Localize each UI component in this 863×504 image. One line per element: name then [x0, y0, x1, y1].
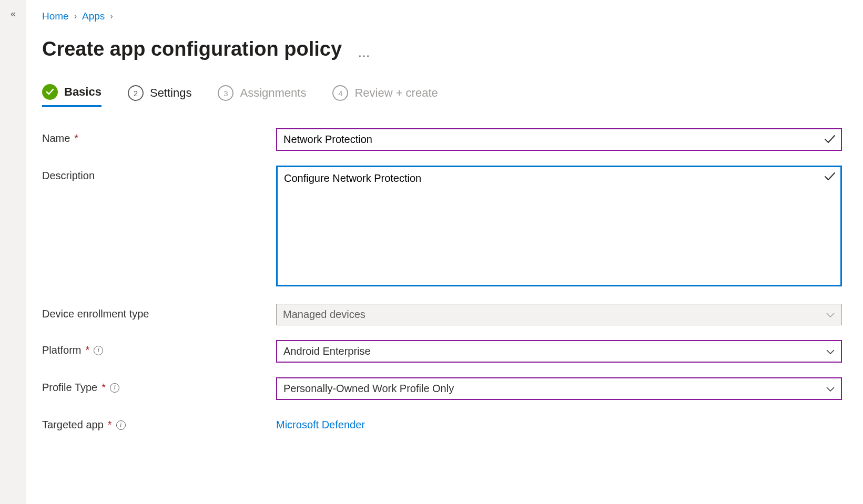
step-label: Review + create — [354, 86, 438, 100]
form-label-profile-type: Profile Type * i — [42, 377, 276, 394]
form-row-platform: Platform * i Android Enterprise — [42, 340, 842, 363]
label-text: Targeted app — [42, 419, 104, 431]
form-row-name: Name * — [42, 128, 842, 151]
form-label-enrollment: Device enrollment type — [42, 304, 276, 320]
form-row-description: Description — [42, 166, 842, 289]
label-text: Device enrollment type — [42, 308, 149, 320]
form-row-profile-type: Profile Type * i Personally-Owned Work P… — [42, 377, 842, 400]
more-actions-icon[interactable]: … — [358, 45, 371, 60]
step-settings[interactable]: 2 Settings — [128, 84, 192, 107]
breadcrumb-home[interactable]: Home — [42, 11, 69, 22]
form-label-targeted-app: Targeted app * i — [42, 415, 276, 431]
step-number-icon: 2 — [128, 85, 144, 101]
check-icon — [42, 84, 58, 100]
wizard-steps: Basics 2 Settings 3 Assignments 4 Review… — [42, 84, 842, 107]
step-basics[interactable]: Basics — [42, 84, 101, 107]
step-review-create: 4 Review + create — [332, 84, 438, 107]
info-icon[interactable]: i — [94, 346, 103, 355]
info-icon[interactable]: i — [110, 383, 119, 393]
required-asterisk: * — [85, 344, 89, 356]
info-icon[interactable]: i — [116, 420, 126, 430]
breadcrumb-apps[interactable]: Apps — [82, 11, 105, 22]
form-label-platform: Platform * i — [42, 340, 276, 356]
enrollment-type-select: Managed devices — [276, 304, 842, 325]
page-title-row: Create app configuration policy … — [42, 38, 842, 60]
step-label: Basics — [64, 85, 101, 99]
step-label: Assignments — [240, 86, 306, 100]
step-number-icon: 4 — [332, 85, 348, 101]
label-text: Description — [42, 170, 95, 182]
step-number-icon: 3 — [218, 85, 233, 101]
label-text: Name — [42, 132, 70, 145]
form-row-enrollment: Device enrollment type Managed devices — [42, 304, 842, 325]
form-label-description: Description — [42, 166, 276, 182]
description-textarea[interactable] — [276, 166, 842, 286]
step-label: Settings — [150, 86, 192, 100]
required-asterisk: * — [101, 382, 106, 394]
name-input[interactable] — [276, 128, 842, 151]
step-assignments: 3 Assignments — [218, 84, 306, 107]
targeted-app-link[interactable]: Microsoft Defender — [276, 415, 365, 431]
required-asterisk: * — [108, 419, 112, 431]
form-label-name: Name * — [42, 128, 276, 145]
label-text: Profile Type — [42, 382, 97, 394]
chevron-right-icon: › — [74, 12, 77, 21]
form-row-targeted-app: Targeted app * i Microsoft Defender — [42, 415, 842, 431]
check-icon — [824, 171, 836, 184]
breadcrumb: Home › Apps › — [42, 11, 842, 22]
sidebar-collapse-panel: « — [0, 0, 26, 504]
required-asterisk: * — [74, 132, 78, 145]
check-icon — [824, 133, 836, 147]
main-content: Home › Apps › Create app configuration p… — [26, 0, 863, 504]
page-title: Create app configuration policy — [42, 38, 342, 60]
chevron-right-icon: › — [110, 12, 113, 21]
platform-select[interactable]: Android Enterprise — [276, 340, 842, 363]
collapse-toggle-icon[interactable]: « — [11, 8, 16, 19]
label-text: Platform — [42, 344, 81, 356]
profile-type-select[interactable]: Personally-Owned Work Profile Only — [276, 377, 842, 400]
